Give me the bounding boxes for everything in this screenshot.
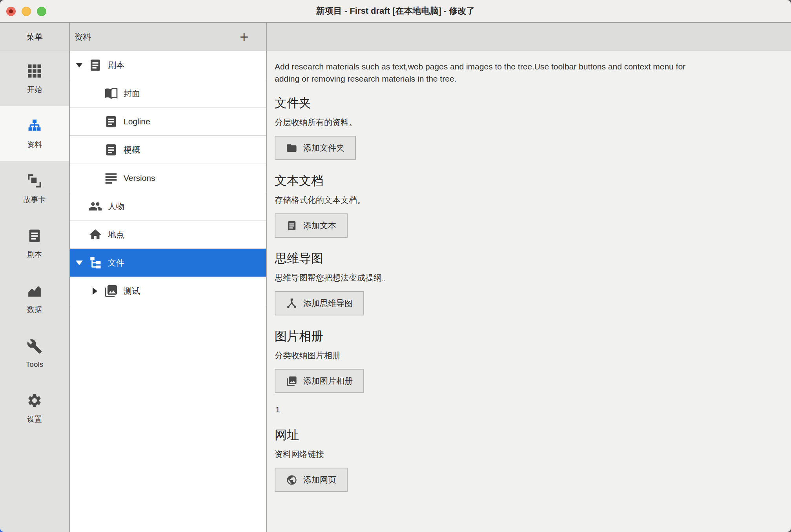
section-description: 资料网络链接: [275, 449, 782, 460]
tree-item-logline[interactable]: Logline: [70, 107, 266, 136]
tree-item-label: 梗概: [124, 144, 140, 155]
tree-item-label: 封面: [124, 88, 140, 99]
main-content: Add research materials such as text,web …: [267, 51, 791, 532]
sidebar-item-research[interactable]: 资料: [0, 106, 69, 161]
photo-album-icon: [286, 375, 297, 387]
stray-text: 1: [275, 405, 782, 414]
section-title-text-document: 文本文档: [275, 173, 782, 189]
document-icon: [104, 142, 118, 157]
research-header-label: 资料: [75, 31, 91, 42]
button-label: 添加网页: [303, 474, 336, 485]
section-title-photo-album: 图片相册: [275, 328, 782, 344]
add-text-button[interactable]: 添加文本: [275, 213, 348, 238]
document-icon: [104, 114, 118, 129]
section-description: 存储格式化的文本文档。: [275, 195, 782, 206]
tree-item-label: 文件: [108, 257, 124, 268]
globe-icon: [286, 474, 297, 486]
intro-text: Add research materials such as text,web …: [275, 60, 782, 85]
tree-icon: [88, 255, 103, 270]
tree-item-versions[interactable]: Versions: [70, 164, 266, 192]
tree-item-locations[interactable]: 地点: [70, 220, 266, 249]
sidebar-item-story-cards[interactable]: 故事卡: [0, 161, 69, 216]
tree-item-label: 地点: [108, 229, 124, 240]
navigation-sidebar: 开始 资料 故事卡 剧本: [0, 51, 70, 532]
research-panel-header: 资料 +: [70, 23, 267, 51]
tree-item-label: 测试: [124, 286, 140, 297]
book-icon: [104, 86, 118, 101]
window-title: 新项目 - First draft [在本地电脑] - 修改了: [0, 0, 791, 22]
sidebar-item-statistics[interactable]: 数据: [0, 271, 69, 326]
section-description: 分类收纳图片相册: [275, 350, 782, 361]
section-title-web-link: 网址: [275, 427, 782, 443]
folder-icon: [286, 142, 297, 154]
sidebar-item-script[interactable]: 剧本: [0, 216, 69, 271]
expand-arrow[interactable]: [75, 261, 84, 265]
tree-item-label: Versions: [124, 173, 155, 183]
sidebar-item-tools[interactable]: Tools: [0, 326, 69, 381]
sidebar-item-label: 设置: [27, 414, 42, 425]
people-icon: [88, 199, 103, 214]
sidebar-item-label: Tools: [26, 360, 43, 369]
gear-icon: [26, 392, 44, 410]
section-title-mind-map: 思维导图: [275, 250, 782, 267]
chart-icon: [26, 282, 44, 300]
titlebar: 新项目 - First draft [在本地电脑] - 修改了: [0, 0, 791, 23]
add-folder-button[interactable]: 添加文件夹: [275, 136, 356, 160]
button-label: 添加图片相册: [303, 375, 353, 386]
expand-arrow[interactable]: [75, 63, 84, 67]
wrench-icon: [26, 337, 44, 355]
section-title-folder: 文件夹: [275, 95, 782, 111]
section-description: 思维导图帮您把想法变成提纲。: [275, 272, 782, 283]
mindmap-icon: [286, 298, 297, 309]
sitemap-icon: [26, 117, 44, 135]
add-web-page-button[interactable]: 添加网页: [275, 468, 348, 492]
add-photo-album-button[interactable]: 添加图片相册: [275, 369, 364, 393]
sidebar-item-label: 开始: [27, 85, 42, 95]
photo-album-icon: [104, 284, 118, 299]
lines-icon: [104, 171, 118, 186]
app-window: 新项目 - First draft [在本地电脑] - 修改了 菜单 资料 + …: [0, 0, 791, 532]
tree-item-test[interactable]: 测试: [70, 277, 266, 305]
button-label: 添加文本: [303, 220, 336, 231]
tree-item-synopsis[interactable]: 梗概: [70, 136, 266, 164]
tree-item-label: Logline: [124, 117, 150, 126]
expand-arrow[interactable]: [90, 288, 100, 295]
sidebar-item-label: 故事卡: [24, 195, 46, 205]
sidebar-item-label: 资料: [27, 140, 42, 150]
research-tree: 剧本 封面 Logline 梗概: [70, 51, 267, 532]
sidebar-item-settings[interactable]: 设置: [0, 381, 69, 435]
cards-icon: [26, 172, 44, 190]
grid-icon: [26, 62, 44, 80]
section-description: 分层收纳所有的资料。: [275, 117, 782, 128]
main-header-spacer: [267, 23, 791, 51]
tree-item-documents[interactable]: 文件: [70, 249, 266, 277]
button-label: 添加思维导图: [303, 298, 353, 309]
add-mind-map-button[interactable]: 添加思维导图: [275, 291, 364, 315]
sidebar-item-start[interactable]: 开始: [0, 51, 69, 106]
document-icon: [88, 58, 103, 73]
add-research-item-button[interactable]: +: [234, 27, 254, 47]
tree-item-characters[interactable]: 人物: [70, 192, 266, 220]
document-icon: [26, 227, 44, 245]
header-band: 菜单 资料 +: [0, 23, 791, 51]
tree-item-label: 剧本: [108, 60, 124, 71]
home-icon: [88, 227, 103, 242]
sidebar-item-label: 剧本: [27, 250, 42, 260]
tree-item-cover[interactable]: 封面: [70, 79, 266, 107]
sidebar-item-label: 数据: [27, 304, 42, 315]
button-label: 添加文件夹: [303, 142, 344, 153]
tree-item-label: 人物: [108, 201, 124, 212]
document-icon: [286, 220, 297, 231]
tree-item-script[interactable]: 剧本: [70, 51, 266, 79]
menu-header-button[interactable]: 菜单: [0, 23, 70, 51]
